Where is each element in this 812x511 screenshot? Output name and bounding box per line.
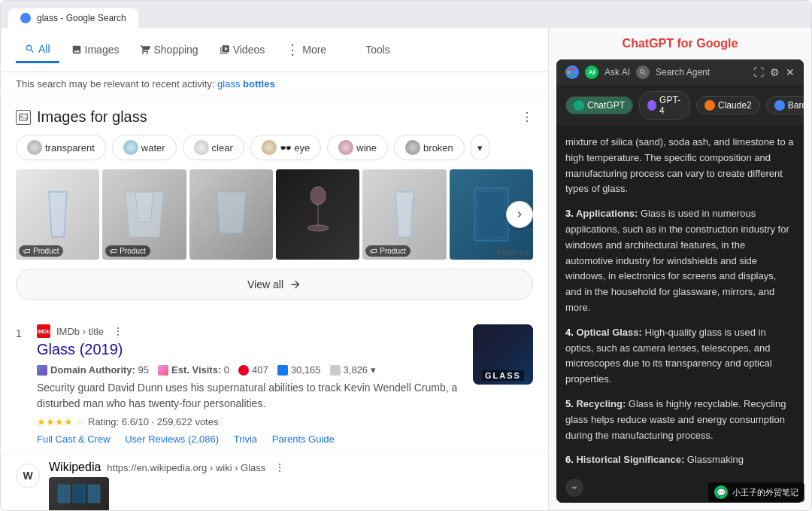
image-cell-2[interactable]: 🏷 Product xyxy=(102,169,186,260)
image-cell-3[interactable] xyxy=(189,169,273,260)
nav-item-tools[interactable]: Tools xyxy=(353,38,402,62)
scroll-down-icon xyxy=(570,483,579,492)
tab-claude[interactable]: Claude2 xyxy=(696,96,760,114)
filter-chips: transparent water clear 🕶️ eye xyxy=(16,135,533,160)
view-all-button[interactable]: View all xyxy=(16,269,533,300)
more-dots-icon: ⋮ xyxy=(286,41,299,58)
star-empty-icon: ☆ xyxy=(76,416,85,427)
toolbar-icons: ⛶ ⚙ ✕ xyxy=(753,66,795,78)
result-number: 1 xyxy=(16,324,28,339)
chatgpt-tab-label: ChatGPT xyxy=(587,100,625,111)
images-title-text: Images for glass xyxy=(37,108,147,126)
notification-link[interactable]: glass bottles xyxy=(217,78,275,90)
nav-item-images[interactable]: Images xyxy=(62,38,129,62)
filter-chip-more[interactable]: ▾ xyxy=(471,135,489,160)
wechat-text: 小王子的外贸笔记 xyxy=(732,487,798,498)
tab-chatgpt[interactable]: ChatGPT xyxy=(565,96,633,114)
meta-domain-authority: Domain Authority: 95 xyxy=(37,364,149,376)
point-bold-2: Optical Glass: xyxy=(576,327,641,338)
filter-chip-eye[interactable]: 🕶️ eye xyxy=(250,135,322,160)
chevron-right-icon xyxy=(514,208,526,221)
browser-body: All Images Shopping xyxy=(1,28,811,510)
image-cell-4[interactable] xyxy=(276,169,359,260)
link-parents-guide[interactable]: Parents Guide xyxy=(272,433,335,445)
filter-chip-transparent[interactable]: transparent xyxy=(16,135,106,160)
image-cell-1[interactable]: 🏷 Product xyxy=(16,169,99,260)
link-trivia[interactable]: Trivia xyxy=(234,433,257,445)
nav-tools-label: Tools xyxy=(365,44,390,56)
nav-item-videos[interactable]: Videos xyxy=(211,38,274,62)
meta-est-visits: Est. Visits: 0 xyxy=(158,364,229,376)
filter-chip-clear[interactable]: clear xyxy=(183,135,244,160)
links-value: 3,826 xyxy=(344,364,368,376)
link-full-cast[interactable]: Full Cast & Crew xyxy=(37,433,111,445)
stars-icon: ★★★★ xyxy=(37,416,73,427)
chip-icon-clear xyxy=(194,140,209,155)
filter-chip-broken[interactable]: broken xyxy=(394,135,465,160)
facebook-value: 30,165 xyxy=(291,364,321,376)
image-cell-5[interactable]: 🏷 Product xyxy=(362,169,446,260)
image-icon xyxy=(19,113,28,122)
nav-shopping-label: Shopping xyxy=(153,44,198,56)
filter-chip-water[interactable]: water xyxy=(112,135,177,160)
close-icon[interactable]: ✕ xyxy=(786,66,795,78)
active-tab[interactable]: glass - Google Search xyxy=(8,8,138,28)
point-num-4: 6. xyxy=(565,454,576,465)
ai-icon: AI xyxy=(585,65,598,79)
next-image-button[interactable] xyxy=(506,201,533,228)
gpt4-tab-icon xyxy=(647,100,656,111)
facebook-icon xyxy=(277,365,288,376)
link-user-reviews[interactable]: User Reviews (2,086) xyxy=(125,433,219,445)
film-thumb-image: GLASS xyxy=(473,324,533,385)
meta-links: 3,826 ▾ xyxy=(330,364,377,376)
shopping-icon xyxy=(140,44,150,55)
svg-rect-0 xyxy=(20,114,28,120)
arrow-right-icon xyxy=(289,278,301,290)
point-num-2: 4. xyxy=(565,327,576,338)
separator-2: · xyxy=(225,433,228,445)
nav-item-more[interactable]: ⋮ More xyxy=(277,35,335,64)
nav-videos-label: Videos xyxy=(233,44,265,56)
result-description: Security guard David Dunn uses his super… xyxy=(37,380,464,412)
point-text-1: Glass is used in numerous applications, … xyxy=(565,208,789,313)
result-links: Full Cast & Crew · User Reviews (2,086) … xyxy=(37,433,464,445)
meta-pinterest: 407 xyxy=(238,364,268,376)
search-agent-label[interactable]: Search Agent xyxy=(656,67,710,78)
result-thumbnail: GLASS xyxy=(473,324,533,385)
domain-authority-icon xyxy=(37,365,47,376)
chip-icon-eye xyxy=(262,140,277,155)
point-bold-4: Historical Significance: xyxy=(576,454,684,465)
result-title-link[interactable]: Glass (2019) xyxy=(37,341,464,358)
wiki-source-name: Wikipedia xyxy=(49,461,101,474)
chip-label-transparent: transparent xyxy=(45,142,95,154)
nav-item-all[interactable]: All xyxy=(16,37,59,63)
chip-icon-water xyxy=(123,140,138,155)
filter-chip-wine[interactable]: wine xyxy=(327,135,388,160)
product-badge-2: 🏷 Product xyxy=(105,245,150,257)
ai-tabs-bar: ChatGPT GPT-4 Claude2 Bard xyxy=(556,85,804,126)
images-more-icon[interactable]: ⋮ xyxy=(521,110,533,124)
images-section: Images for glass ⋮ transparent water xyxy=(1,96,548,315)
scroll-down-button[interactable] xyxy=(565,479,583,497)
expand-icon[interactable]: ▾ xyxy=(371,364,376,376)
bard-tab-label: Bard xyxy=(788,100,804,111)
imdb-icon-text: IMDb xyxy=(37,329,50,334)
product-label-2: Product xyxy=(120,247,145,255)
feedback-badge: Feedback xyxy=(497,248,530,257)
expand-window-icon[interactable]: ⛶ xyxy=(753,66,764,78)
film-title-overlay: GLASS xyxy=(482,370,524,381)
tab-bard[interactable]: Bard xyxy=(766,96,804,114)
wiki-source-url: https://en.wikipedia.org › wiki › Glass xyxy=(107,462,265,473)
product-label-5: Product xyxy=(380,247,405,255)
tab-gpt4[interactable]: GPT-4 xyxy=(639,91,690,120)
settings-icon[interactable]: ⚙ xyxy=(770,66,780,78)
wiki-options-icon[interactable]: ⋮ xyxy=(274,461,285,473)
chatgpt-content: mixture of silica (sand), soda ash, and … xyxy=(556,126,804,473)
result-options-icon[interactable]: ⋮ xyxy=(113,325,123,337)
chatgpt-window: AI Ask AI Search Agent ⛶ ⚙ ✕ xyxy=(556,59,804,503)
link-icon xyxy=(330,365,341,376)
ask-ai-label[interactable]: Ask AI xyxy=(604,67,630,78)
meta-facebook: 30,165 xyxy=(277,364,321,376)
nav-item-shopping[interactable]: Shopping xyxy=(131,38,207,62)
wiki-source: Wikipedia https://en.wikipedia.org › wik… xyxy=(49,461,285,474)
